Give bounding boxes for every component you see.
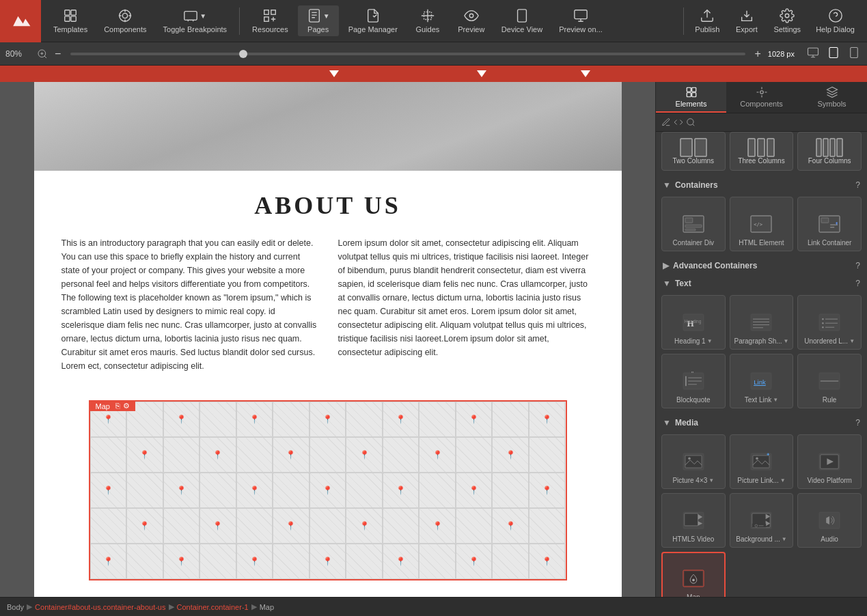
map-cell: 📍 [383, 402, 419, 437]
element-card-video-platform[interactable]: Video Platform [797, 434, 862, 489]
toolbar-item-device-view[interactable]: Device View [495, 5, 549, 36]
element-card-three-columns[interactable]: Three Columns [730, 132, 794, 171]
breakpoint-1[interactable] [329, 69, 339, 79]
tab-components[interactable]: Components [726, 82, 797, 113]
element-card-picture-4x3[interactable]: Picture 4×3 ▼ [661, 434, 726, 489]
toolbar-item-settings[interactable]: Settings [767, 5, 808, 36]
toolbar-item-preview[interactable]: Preview [451, 5, 492, 36]
columns-grid: Two Columns Three Columns [656, 132, 867, 176]
audio-label: Audio [821, 535, 838, 543]
text-link-label: Text Link ▼ [745, 396, 778, 404]
zoom-in-button[interactable]: + [752, 46, 764, 61]
device-mobile-button[interactable] [847, 45, 862, 62]
media-section-header[interactable]: ▼ Media ? [656, 414, 867, 432]
toolbar-item-export[interactable]: Export [728, 5, 765, 36]
toolbar-item-pages[interactable]: ▼ Pages [298, 5, 339, 36]
containers-section-header[interactable]: ▼ Containers ? [656, 176, 867, 194]
map-cell [456, 508, 493, 544]
toolbar-item-components[interactable]: Components [97, 5, 153, 36]
panel-code-icon[interactable] [674, 117, 683, 127]
map-copy-icon[interactable]: ⎘ [115, 402, 120, 410]
breadcrumb-container-about[interactable]: Container#about-us.container-about-us [35, 603, 165, 611]
element-card-rule[interactable]: Rule [797, 354, 862, 408]
tab-symbols-label: Symbols [817, 100, 846, 108]
toolbar-item-publish[interactable]: Publish [688, 5, 726, 36]
zoom-slider[interactable] [70, 53, 745, 55]
resources-label: Resources [252, 25, 288, 33]
map-cell [529, 437, 566, 473]
toolbar-item-resources[interactable]: Resources [245, 5, 295, 36]
element-card-unordered-list[interactable]: Unordered L... ▼ [797, 295, 862, 350]
device-tablet-button[interactable] [826, 45, 841, 62]
breadcrumb-body[interactable]: Body [7, 603, 24, 611]
element-card-picture-link[interactable]: Picture Link... ▼ [730, 434, 794, 489]
svg-rect-54 [819, 314, 840, 331]
media-help[interactable]: ? [855, 418, 860, 428]
element-card-link-container[interactable]: Link Container [797, 197, 862, 251]
svg-rect-34 [816, 139, 821, 156]
canvas-area[interactable]: ABOUT US This is an introductory paragra… [0, 82, 655, 597]
map-settings-icon[interactable]: ⚙ [123, 402, 130, 410]
map-container[interactable]: Map ⎘ ⚙ 📍 📍 [89, 400, 567, 580]
svg-point-28 [687, 119, 693, 125]
advanced-help[interactable]: ? [855, 261, 860, 270]
device-buttons: 1028 px [768, 45, 862, 62]
toolbar-item-guides[interactable]: Guides [407, 5, 448, 36]
background-caret: ▼ [782, 536, 787, 542]
rule-text: Rule [823, 396, 837, 404]
element-card-html-element[interactable]: </> HTML Element [730, 197, 794, 251]
toolbar-item-preview-on[interactable]: Preview on... [552, 5, 609, 36]
element-card-text-link[interactable]: Link Text Link ▼ [730, 354, 794, 408]
element-card-blockquote[interactable]: " Blockquote [661, 354, 726, 408]
element-card-heading[interactable]: H Heading Heading 1 ▼ [661, 295, 726, 350]
tab-symbols[interactable]: Symbols [797, 82, 867, 113]
element-card-html5-video[interactable]: HTML5 Video [661, 493, 726, 548]
containers-help[interactable]: ? [855, 180, 860, 190]
breakpoint-2[interactable] [477, 69, 486, 79]
canvas-width: 1028 px [768, 50, 795, 58]
element-card-container-div[interactable]: Container Div [661, 197, 726, 251]
zoom-handle [239, 50, 247, 58]
map-cell: 📍 [346, 437, 383, 473]
paragraph-label: Paragraph Sh... ▼ [734, 337, 789, 345]
logo[interactable] [0, 0, 41, 42]
advanced-containers-header[interactable]: ▶ Advanced Containers ? [656, 257, 867, 275]
preview-on-label: Preview on... [559, 25, 603, 33]
svg-point-27 [760, 90, 763, 94]
toolbar-item-toggle-breakpoints[interactable]: ▼ Toggle Breakpoints [156, 5, 234, 36]
map-cell [163, 437, 200, 473]
panel-style-icon[interactable] [661, 117, 671, 127]
preview-label: Preview [458, 25, 484, 33]
element-card-map[interactable]: Map [661, 552, 726, 597]
map-label-icons: ⎘ ⚙ [115, 402, 130, 410]
map-cell: 📍 [199, 437, 236, 473]
templates-label: Templates [53, 25, 87, 33]
right-panel: Elements Components Symbols [655, 82, 867, 597]
breadcrumb-container-1[interactable]: Container.container-1 [177, 603, 249, 611]
paragraph-text: Paragraph Sh... [734, 337, 782, 345]
panel-search-icon[interactable] [686, 117, 696, 127]
toolbar-item-templates[interactable]: Templates [46, 5, 94, 36]
about-col-1: This is an introductory paragraph that y… [61, 236, 318, 373]
map-cell: 📍 [273, 437, 309, 473]
element-card-paragraph[interactable]: Paragraph Sh... ▼ [730, 295, 794, 350]
element-card-two-columns[interactable]: Two Columns [661, 132, 726, 171]
toolbar-item-page-manager[interactable]: Page Manager [342, 5, 404, 36]
toolbar-left-items: Templates Components ▼ Toggle Breakpoint… [41, 5, 680, 36]
element-card-audio[interactable]: Audio [797, 493, 862, 548]
svg-rect-21 [829, 48, 838, 58]
breadcrumb-map[interactable]: Map [260, 603, 274, 611]
toolbar-item-help[interactable]: Help Dialog [809, 5, 862, 36]
element-card-background[interactable]: Background ... ▼ [730, 493, 794, 548]
breakpoint-3[interactable] [581, 69, 590, 79]
zoom-percentage: 80% [5, 49, 33, 59]
text-help[interactable]: ? [855, 279, 860, 288]
map-cell: 📍 [456, 544, 493, 579]
device-desktop-button[interactable] [806, 45, 821, 62]
zoom-out-button[interactable]: − [52, 46, 64, 61]
map-cell: 📍 [492, 508, 529, 544]
tab-elements[interactable]: Elements [656, 82, 726, 113]
element-card-four-columns[interactable]: Four Columns [797, 132, 862, 171]
map-cell: 📍 [199, 508, 236, 544]
text-section-header[interactable]: ▼ Text ? [656, 275, 867, 292]
